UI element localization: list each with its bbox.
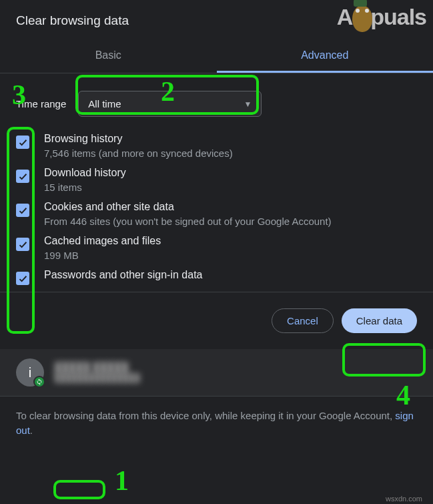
bottom-note: To clear browsing data from this device …	[0, 396, 433, 450]
check-icon	[18, 274, 28, 284]
check-icon	[18, 240, 28, 250]
option-passwords: Passwords and other sign-in data	[16, 268, 417, 286]
checkbox-passwords[interactable]	[16, 272, 29, 285]
check-icon	[18, 138, 28, 148]
tab-basic[interactable]: Basic	[0, 40, 217, 73]
account-name-masked: █████ █████	[55, 362, 140, 374]
account-text: █████ █████ ███████████████	[55, 362, 140, 383]
note-post: .	[30, 425, 33, 436]
dialog-footer: Cancel Clear data	[0, 292, 433, 349]
check-icon	[18, 172, 28, 182]
option-title: Cached images and files	[44, 235, 161, 247]
cancel-button[interactable]: Cancel	[272, 308, 334, 333]
watermark-wsxdn: wsxdn.com	[386, 495, 422, 503]
time-range-value: All time	[88, 98, 121, 109]
option-browsing-history: Browsing history 7,546 items (and more o…	[16, 132, 417, 160]
options-list: Browsing history 7,546 items (and more o…	[16, 132, 417, 286]
annotation-box-1	[53, 480, 105, 499]
checkbox-cached[interactable]	[16, 238, 29, 251]
option-sub: 15 items	[44, 182, 126, 193]
option-sub: 199 MB	[44, 250, 161, 261]
checkbox-download-history[interactable]	[16, 170, 29, 183]
annotation-number-1: 1	[115, 465, 129, 497]
chevron-down-icon: ▼	[244, 99, 252, 109]
option-title: Passwords and other sign-in data	[44, 269, 202, 281]
option-title: Download history	[44, 167, 126, 179]
account-email-masked: ███████████████	[55, 374, 140, 383]
option-cached: Cached images and files 199 MB	[16, 234, 417, 262]
note-pre: To clear browsing data from this device …	[16, 410, 395, 421]
option-sub: 7,546 items (and more on synced devices)	[44, 148, 233, 159]
checkbox-cookies[interactable]	[16, 204, 29, 217]
avatar: i	[16, 358, 44, 387]
dialog-title: Clear browsing data	[0, 0, 433, 40]
time-range-label: Time range	[16, 98, 66, 109]
option-download-history: Download history 15 items	[16, 166, 417, 194]
option-sub: From 446 sites (you won't be signed out …	[44, 216, 332, 227]
option-title: Cookies and other site data	[44, 201, 332, 213]
checkbox-browsing-history[interactable]	[16, 136, 29, 149]
clear-data-button[interactable]: Clear data	[342, 308, 417, 333]
sync-icon	[33, 376, 45, 388]
account-section: i █████ █████ ███████████████	[0, 349, 433, 396]
time-range-row: Time range All time ▼	[16, 91, 417, 117]
time-range-dropdown[interactable]: All time ▼	[78, 91, 262, 117]
option-cookies: Cookies and other site data From 446 sit…	[16, 200, 417, 228]
tabs: Basic Advanced	[0, 40, 433, 73]
option-title: Browsing history	[44, 133, 233, 145]
check-icon	[18, 206, 28, 216]
tab-advanced[interactable]: Advanced	[217, 40, 434, 73]
